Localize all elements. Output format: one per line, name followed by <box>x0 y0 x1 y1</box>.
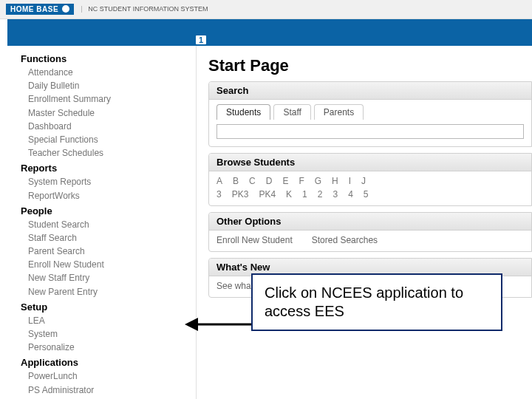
sidebar-item-reportworks[interactable]: ReportWorks <box>12 189 196 202</box>
tab-students[interactable]: Students <box>216 104 270 120</box>
sidebar-item-daily-bulletin[interactable]: Daily Bulletin <box>12 79 196 92</box>
sidebar-item-enroll-new-student[interactable]: Enroll New Student <box>12 258 196 271</box>
sidebar-item-staff-search[interactable]: Staff Search <box>12 231 196 245</box>
brand-logo: HOME BASE <box>6 4 74 15</box>
search-heading: Search <box>209 82 531 100</box>
sidebar-item-enrollment-summary[interactable]: Enrollment Summary <box>12 92 196 106</box>
instruction-callout: Click on NCEES application to access EES <box>251 273 502 331</box>
sidebar-item-master-schedule[interactable]: Master Schedule <box>12 106 196 120</box>
sidebar-section-functions: Functions <box>12 50 196 66</box>
sidebar-item-parent-search[interactable]: Parent Search <box>12 245 196 258</box>
other-options-heading: Other Options <box>209 213 531 231</box>
sidebar-item-teacher-schedules[interactable]: Teacher Schedules <box>12 146 196 160</box>
main-area: Start Page Search Students Staff Parents… <box>197 46 532 399</box>
letter-link[interactable]: C <box>249 176 256 186</box>
sidebar-item-special-functions[interactable]: Special Functions <box>12 133 196 146</box>
top-bar: HOME BASE NC STUDENT INFORMATION SYSTEM <box>0 0 532 19</box>
sidebar-item-system-reports[interactable]: System Reports <box>12 175 196 188</box>
sidebar-item-student-search[interactable]: Student Search <box>12 218 196 231</box>
letter-link[interactable]: J <box>361 176 366 186</box>
grade-link[interactable]: PK3 <box>232 189 249 200</box>
sidebar-section-people: People <box>12 202 196 218</box>
link-enroll-new-student[interactable]: Enroll New Student <box>216 235 293 245</box>
page-title: Start Page <box>208 56 532 75</box>
sidebar-section-reports: Reports <box>12 160 196 175</box>
browse-grades: 3 PK3 PK4 K 1 2 3 4 5 <box>216 189 524 200</box>
grade-link[interactable]: PK4 <box>259 189 276 200</box>
tab-parents[interactable]: Parents <box>314 104 364 120</box>
grade-link[interactable]: 1 <box>302 189 307 200</box>
arrow-icon <box>185 313 251 335</box>
grade-link[interactable]: 5 <box>364 189 369 200</box>
grade-link[interactable]: 4 <box>348 189 353 200</box>
sidebar-section-setup: Setup <box>12 299 196 314</box>
sidebar-item-attendance[interactable]: Attendance <box>12 66 196 79</box>
sidebar-item-ps-administrator[interactable]: PS Administrator <box>12 383 196 397</box>
content-area: 1 Functions Attendance Daily Bulletin En… <box>12 46 532 399</box>
search-tabs: Students Staff Parents <box>209 100 531 120</box>
letter-link[interactable]: F <box>299 176 304 186</box>
letter-link[interactable]: D <box>266 176 273 186</box>
browse-letters: A B C D E F G H I J <box>216 176 524 186</box>
sidebar-item-lea[interactable]: LEA <box>12 314 196 327</box>
letter-link[interactable]: G <box>315 176 321 186</box>
grade-link[interactable]: 2 <box>318 189 323 200</box>
other-options-panel: Other Options Enroll New Student Stored … <box>208 212 532 252</box>
letter-link[interactable]: I <box>349 176 351 186</box>
grade-link[interactable]: K <box>286 189 292 200</box>
grade-link[interactable]: 3 <box>216 189 222 200</box>
sidebar-section-applications: Applications <box>12 354 196 369</box>
letter-link[interactable]: E <box>282 176 288 186</box>
logo-dot-icon <box>62 5 69 13</box>
search-panel: Search Students Staff Parents <box>208 81 532 147</box>
link-stored-searches[interactable]: Stored Searches <box>312 235 378 245</box>
letter-link[interactable]: B <box>233 176 239 186</box>
sidebar: 1 Functions Attendance Daily Bulletin En… <box>12 46 197 399</box>
svg-marker-1 <box>185 318 198 331</box>
letter-link[interactable]: A <box>216 176 222 186</box>
tab-staff[interactable]: Staff <box>273 104 310 120</box>
header-blue-bar <box>7 19 532 46</box>
search-input[interactable] <box>216 124 524 139</box>
notification-badge[interactable]: 1 <box>194 34 208 46</box>
sidebar-item-dashboard[interactable]: Dashboard <box>12 120 196 133</box>
brand-logo-text: HOME BASE <box>10 5 58 13</box>
letter-link[interactable]: H <box>332 176 338 186</box>
sidebar-item-new-staff-entry[interactable]: New Staff Entry <box>12 271 196 284</box>
sidebar-item-system[interactable]: System <box>12 327 196 341</box>
sidebar-item-personalize[interactable]: Personalize <box>12 341 196 354</box>
sidebar-item-powerlunch[interactable]: PowerLunch <box>12 369 196 383</box>
sidebar-item-new-parent-entry[interactable]: New Parent Entry <box>12 285 196 299</box>
grade-link[interactable]: 3 <box>332 189 338 200</box>
callout-text: Click on NCEES application to access EES <box>265 284 489 321</box>
browse-heading: Browse Students <box>209 154 531 171</box>
browse-panel: Browse Students A B C D E F G H I J 3 PK… <box>208 153 532 206</box>
system-name: NC STUDENT INFORMATION SYSTEM <box>81 6 208 13</box>
